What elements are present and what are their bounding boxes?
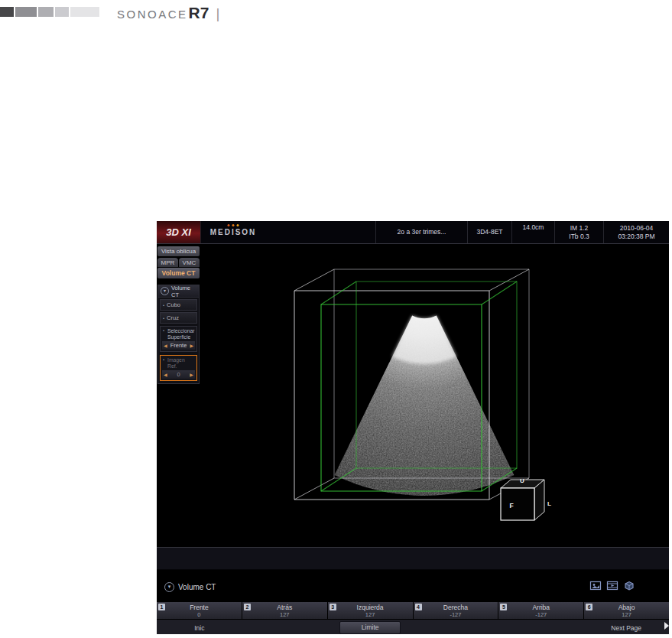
gradient-bar [15, 7, 37, 17]
softkey-frente[interactable]: 1 Frente 0 [157, 602, 242, 619]
softkey-label: Arriba [532, 604, 550, 611]
tab-vmc[interactable]: VMC [179, 258, 200, 267]
save-clip-icon[interactable] [606, 580, 618, 591]
surface-selector[interactable]: ◀ Frente ▶ [162, 341, 195, 350]
softkey-label: Derecha [443, 604, 468, 611]
softkey-number: 6 [586, 604, 592, 610]
softkey-number: 2 [244, 604, 251, 610]
softkey-izquierda[interactable]: 3 Izquierda 127 [328, 602, 413, 619]
manual-page: SONOACE R7 | 3D XI MEDISON 2o a 3er trim… [0, 0, 672, 638]
depth-readout: 14.0cm [511, 221, 554, 243]
save-image-icon[interactable] [589, 580, 602, 591]
reference-label: • Imagen Ref. [161, 357, 196, 369]
softkey-arriba[interactable]: 5 Arriba -127 [498, 602, 583, 619]
limit-button[interactable]: Limite [339, 621, 401, 634]
orientation-label-up: U [520, 477, 524, 484]
mi-text: IM 1.2 [570, 224, 589, 233]
time-text: 03:20:38 PM [618, 233, 654, 241]
arrow-left-icon[interactable]: ◀ [164, 343, 167, 348]
surface-label-line1: Seleccionar [167, 328, 195, 334]
datetime-readout: 2010-06-04 03:20:38 PM [603, 221, 669, 243]
header-gradient-bars [0, 7, 99, 17]
softkey-number: 5 [500, 604, 507, 610]
softkey-label: Frente [190, 604, 209, 611]
orientation-cube: U F L [501, 477, 551, 520]
brand-sonoace: SONOACE [117, 8, 188, 21]
probe-text: 3D4-8ET [476, 228, 502, 236]
section-title-group: ▾ Volume CT [164, 582, 216, 592]
softkey-number: 1 [158, 604, 165, 610]
limit-button-cell: Limite [327, 620, 413, 634]
volume-3d-viewport[interactable]: U F L [200, 245, 669, 547]
softkey-derecha[interactable]: 4 Derecha -127 [414, 602, 498, 619]
arrow-left-icon[interactable]: ◀ [164, 372, 167, 377]
tib-text: ITb 0.3 [569, 233, 589, 241]
bullet-icon: • [163, 357, 164, 363]
next-page-button[interactable]: Next Page [583, 624, 669, 632]
cross-label: Cruz [167, 314, 179, 321]
depth-text: 14.0cm [523, 223, 544, 232]
softkey-value: -127 [535, 611, 547, 618]
ultrasound-app-window: 3D XI MEDISON 2o a 3er trimes... 3D4-8ET… [157, 221, 669, 634]
softkey-secondary-row: Inic Limite Next Page [157, 620, 669, 634]
softkey-number: 3 [330, 604, 336, 610]
init-button[interactable]: Inic [157, 624, 242, 632]
panel-header[interactable]: ▾ Volume CT [158, 285, 199, 298]
vendor-name: MEDISON [210, 228, 257, 236]
panel-title: Volume CT [171, 285, 199, 298]
softkey-value: -127 [450, 611, 461, 618]
softkey-atras[interactable]: 2 Atrás 127 [242, 602, 327, 619]
gradient-bar [55, 7, 69, 17]
collapse-icon[interactable]: ▾ [164, 582, 174, 592]
section-icons [589, 580, 635, 591]
softkey-value: 127 [280, 611, 290, 618]
softkey-value: 127 [365, 611, 375, 618]
tab-volume-ct[interactable]: Volume CT [157, 268, 200, 278]
vendor-logo: MEDISON [201, 221, 265, 243]
softkey-number: 4 [415, 604, 422, 610]
section-bar: ▾ Volume CT [157, 576, 669, 597]
cross-button[interactable]: • Cruz [160, 312, 197, 324]
arrow-right-icon[interactable]: ▶ [190, 343, 193, 348]
next-page-arrow-icon[interactable] [664, 622, 669, 630]
softkey-label: Izquierda [357, 604, 384, 611]
cube-label: Cubo [167, 301, 180, 308]
reference-selector[interactable]: ◀ 0 ▶ [162, 370, 195, 379]
view-mode-button[interactable]: Vista oblicua [157, 246, 200, 256]
reference-image-control[interactable]: • Imagen Ref. ◀ 0 ▶ [160, 355, 197, 381]
volume-render: U F L [200, 245, 669, 547]
softkey-value: 0 [197, 611, 200, 618]
softkey-abajo[interactable]: 6 Abajo 127 [584, 602, 669, 619]
arrow-right-icon[interactable]: ▶ [190, 372, 193, 377]
gradient-bar [0, 7, 14, 17]
volume-cube-icon[interactable] [623, 580, 635, 591]
brand-divider: | [216, 5, 219, 22]
section-title: Volume CT [178, 583, 216, 591]
reference-value: 0 [177, 371, 180, 378]
mode-logo-3dxi: 3D XI [157, 221, 201, 243]
bullet-icon: • [163, 303, 164, 308]
probe-name: 3D4-8ET [467, 221, 511, 243]
collapse-icon[interactable]: ▾ [161, 287, 169, 295]
soft-menu: 1 Frente 0 2 Atrás 127 3 Izquierda 127 4… [157, 602, 669, 634]
surface-value: Frente [170, 342, 187, 349]
cube-button[interactable]: • Cubo [160, 299, 197, 311]
softkey-label: Atrás [277, 604, 292, 611]
thumbnail-clipboard-strip [157, 547, 669, 570]
ultrasound-fan [335, 315, 515, 496]
gradient-bar [38, 7, 54, 17]
orientation-label-front: F [509, 502, 513, 509]
surface-label: • Seleccionar Superficie [161, 328, 196, 340]
volume-ct-panel: ▾ Volume CT • Cubo • Cruz • Seleccionar … [157, 285, 200, 384]
brand-model: R7 [189, 4, 209, 22]
preset-text: 2o a 3er trimes... [398, 228, 446, 236]
preset-name: 2o a 3er trimes... [375, 221, 467, 243]
gradient-bar [70, 7, 99, 17]
select-surface-control: • Seleccionar Superficie ◀ Frente ▶ [160, 326, 197, 352]
surface-label-line2: Superficie [167, 334, 190, 340]
softkey-label: Abajo [618, 604, 635, 611]
tab-mpr[interactable]: MPR [157, 258, 178, 267]
brand-logo: SONOACE R7 | [117, 4, 219, 22]
medison-dots-icon [228, 224, 239, 226]
orientation-label-left: L [547, 500, 551, 507]
